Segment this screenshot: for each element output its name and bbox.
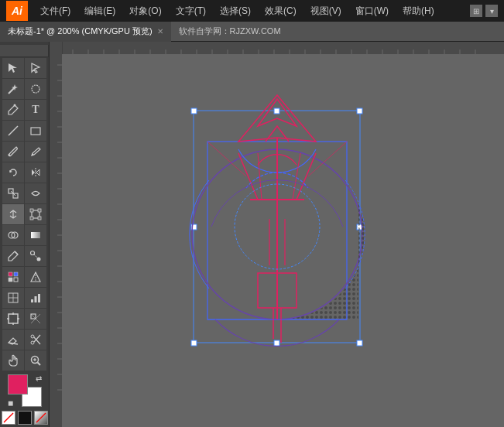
line-tool[interactable]	[2, 121, 24, 141]
free-transform-tool[interactable]	[25, 204, 46, 224]
reset-colors-icon[interactable]: ◼	[8, 399, 13, 407]
pencil-tool[interactable]	[25, 142, 46, 162]
menu-file[interactable]: 文件(F)	[34, 3, 77, 19]
svg-line-48	[36, 413, 46, 422]
type-tool[interactable]: T	[25, 100, 46, 120]
menu-bar: 文件(F) 编辑(E) 对象(O) 文字(T) 选择(S) 效果(C) 视图(V…	[34, 3, 464, 19]
svg-rect-110	[357, 340, 362, 346]
svg-rect-29	[31, 299, 33, 302]
menu-type[interactable]: 文字(T)	[170, 3, 212, 19]
tab-active[interactable]: 未标题-1* @ 200% (CMYK/GPU 预览) ✕	[0, 22, 171, 42]
swatch-container: ⇄ ◼	[8, 374, 42, 407]
toolbar: T	[0, 42, 50, 427]
blend-tool[interactable]	[25, 246, 46, 266]
tab-active-label: 未标题-1* @ 200% (CMYK/GPU 预览)	[8, 26, 153, 37]
tab-close-button[interactable]: ✕	[157, 27, 163, 36]
eyedropper-tool[interactable]	[2, 246, 24, 266]
tool-row-5	[0, 142, 49, 162]
hand-tool[interactable]	[2, 350, 24, 371]
menu-object[interactable]: 对象(O)	[123, 3, 167, 19]
svg-rect-10	[30, 209, 33, 212]
main-layout: T	[0, 42, 504, 427]
perspective-tool[interactable]	[25, 267, 46, 287]
warp-tool[interactable]	[25, 183, 46, 203]
svg-rect-22	[14, 272, 18, 276]
slice-tool[interactable]	[25, 309, 46, 329]
color-area: ⇄ ◼ 🔍 🔍	[0, 371, 50, 427]
ruler-corner	[0, 45, 49, 57]
svg-point-39	[31, 335, 34, 338]
pen-tool[interactable]	[2, 100, 24, 120]
live-paint-tool[interactable]	[2, 267, 24, 287]
svg-rect-11	[38, 209, 41, 212]
tool-row-3: T	[0, 100, 49, 120]
ruler-top	[50, 42, 504, 54]
svg-point-1	[32, 85, 39, 93]
tool-row-14	[0, 330, 49, 350]
swap-colors-icon[interactable]: ⇄	[36, 374, 42, 383]
zoom-tool[interactable]	[25, 350, 46, 371]
width-tool[interactable]	[2, 204, 24, 224]
graph-tool[interactable]	[25, 288, 46, 308]
artwork	[138, 64, 417, 405]
grid-view-button[interactable]: ⊞	[470, 5, 482, 17]
lasso-tool[interactable]	[25, 79, 46, 99]
gradient-tool[interactable]	[25, 225, 46, 245]
menu-edit[interactable]: 编辑(E)	[78, 3, 122, 19]
selection-tool[interactable]	[2, 58, 24, 78]
svg-rect-23	[9, 278, 12, 282]
foreground-swatch[interactable]	[8, 374, 28, 395]
title-bar: Ai 文件(F) 编辑(E) 对象(O) 文字(T) 选择(S) 效果(C) 视…	[0, 0, 504, 22]
tool-row-1	[0, 58, 49, 78]
gradient-color-icon[interactable]	[34, 411, 48, 425]
svg-rect-105	[357, 108, 362, 114]
direct-selection-tool[interactable]	[25, 58, 46, 78]
eraser-tool[interactable]	[2, 330, 24, 350]
tool-row-2	[0, 79, 49, 99]
svg-point-40	[31, 341, 34, 344]
tool-row-9	[0, 225, 49, 245]
scale-tool[interactable]	[2, 183, 24, 203]
svg-line-38	[9, 343, 18, 344]
tool-row-13	[0, 309, 49, 329]
svg-rect-109	[274, 340, 279, 346]
tool-row-11	[0, 267, 49, 287]
ruler-left	[50, 42, 62, 427]
svg-line-47	[4, 413, 13, 422]
rectangle-tool[interactable]	[25, 121, 46, 141]
artboard-tool[interactable]	[2, 309, 24, 329]
svg-rect-49	[50, 42, 504, 54]
rotate-tool[interactable]	[2, 162, 24, 183]
tool-row-15	[0, 350, 49, 371]
svg-rect-108	[191, 340, 197, 346]
tool-row-4	[0, 121, 49, 141]
svg-line-20	[34, 254, 37, 258]
minimize-button[interactable]: ▾	[485, 5, 498, 17]
mesh-tool[interactable]	[2, 288, 24, 308]
shape-builder-tool[interactable]	[2, 225, 24, 245]
magic-wand-tool[interactable]	[2, 79, 24, 99]
paintbrush-tool[interactable]	[2, 142, 24, 162]
svg-rect-21	[9, 272, 12, 276]
svg-rect-24	[14, 278, 18, 282]
artboard[interactable]	[138, 64, 417, 405]
menu-effect[interactable]: 效果(C)	[259, 3, 303, 19]
tool-row-7	[0, 183, 49, 203]
ai-logo: Ai	[6, 1, 28, 21]
svg-rect-78	[50, 42, 62, 427]
tab-website[interactable]: 软件自学网：RJZXW.COM	[171, 22, 289, 42]
reflect-tool[interactable]	[25, 162, 46, 183]
svg-point-2	[14, 104, 16, 107]
menu-select[interactable]: 选择(S)	[214, 3, 257, 19]
solid-color-icon[interactable]	[18, 411, 32, 425]
svg-rect-4	[31, 128, 40, 135]
canvas-area[interactable]	[50, 42, 504, 427]
menu-view[interactable]: 视图(V)	[304, 3, 348, 19]
window-controls: ⊞ ▾	[470, 5, 498, 17]
svg-line-0	[9, 87, 15, 94]
scissors-tool[interactable]	[25, 330, 46, 350]
none-color-icon[interactable]	[2, 411, 15, 425]
menu-window[interactable]: 窗口(W)	[349, 3, 395, 19]
menu-help[interactable]: 帮助(H)	[396, 3, 441, 19]
svg-rect-32	[9, 314, 18, 323]
